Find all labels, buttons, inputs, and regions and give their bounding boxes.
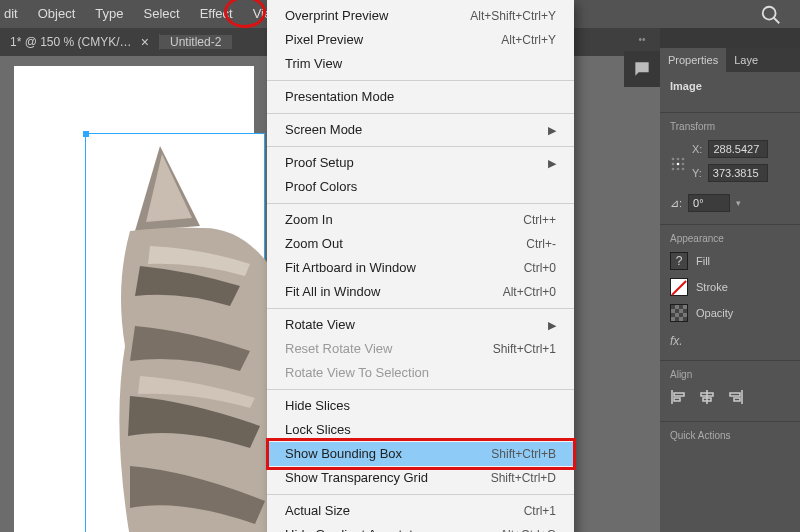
align-right-icon[interactable] [726,388,744,409]
menu-item-reset-rotate-view: Reset Rotate ViewShift+Ctrl+1 [267,337,574,361]
transform-y-label: Y: [692,167,702,179]
svg-point-10 [682,168,685,171]
fill-swatch[interactable]: ? [670,252,688,270]
fill-label: Fill [696,255,710,267]
align-hcenter-icon[interactable] [698,388,716,409]
menu-object[interactable]: Object [28,0,86,28]
stroke-label: Stroke [696,281,728,293]
menu-item-overprint-preview[interactable]: Overprint PreviewAlt+Shift+Ctrl+Y [267,4,574,28]
menu-separator [267,146,574,147]
menu-separator [267,113,574,114]
artwork-cat[interactable] [80,136,270,532]
svg-point-8 [672,168,675,171]
transform-x-label: X: [692,143,702,155]
menu-item-pixel-preview[interactable]: Pixel PreviewAlt+Ctrl+Y [267,28,574,52]
menu-item-actual-size[interactable]: Actual SizeCtrl+1 [267,499,574,523]
menu-item-label: Zoom In [285,211,333,229]
menu-item-zoom-in[interactable]: Zoom InCtrl++ [267,208,574,232]
dock-grip[interactable]: •• [624,28,660,45]
transform-x-input[interactable] [708,140,768,158]
menu-item-show-transparency-grid[interactable]: Show Transparency GridShift+Ctrl+D [267,466,574,490]
menu-item-zoom-out[interactable]: Zoom OutCtrl+- [267,232,574,256]
tab-properties[interactable]: Properties [660,48,726,72]
document-tab-0-label: 1* @ 150 % (CMYK/Preview) [10,35,133,49]
menu-item-label: Zoom Out [285,235,343,253]
menu-item-shortcut: Alt+Shift+Ctrl+Y [470,7,556,25]
opacity-label: Opacity [696,307,733,319]
chevron-right-icon: ▶ [548,121,556,139]
chevron-right-icon: ▶ [548,316,556,334]
menu-item-label: Presentation Mode [285,88,394,106]
menu-item-shortcut: Alt+Ctrl+G [500,526,556,532]
menu-item-shortcut: Alt+Ctrl+0 [503,283,556,301]
opacity-swatch[interactable] [670,304,688,322]
menu-item-lock-slices[interactable]: Lock Slices [267,418,574,442]
menu-item-shortcut: Ctrl+- [526,235,556,253]
menu-separator [267,389,574,390]
close-icon[interactable]: × [141,34,149,50]
section-transform-title: Transform [670,121,790,132]
menu-item-rotate-view[interactable]: Rotate View▶ [267,313,574,337]
menu-item-shortcut: Ctrl++ [523,211,556,229]
tab-layers[interactable]: Laye [726,48,766,72]
menu-effect[interactable]: Effect [190,0,243,28]
menu-item-label: Pixel Preview [285,31,363,49]
menu-item-hide-gradient-annotator[interactable]: Hide Gradient AnnotatorAlt+Ctrl+G [267,523,574,532]
menu-type[interactable]: Type [85,0,133,28]
menu-separator [267,494,574,495]
transform-y-input[interactable] [708,164,768,182]
svg-point-3 [677,158,680,161]
menu-item-proof-colors[interactable]: Proof Colors [267,175,574,199]
comments-icon[interactable] [624,51,660,87]
svg-point-0 [763,7,776,20]
dropdown-chevron-icon[interactable]: ▾ [736,198,741,208]
menu-select[interactable]: Select [134,0,190,28]
fx-label[interactable]: fx. [670,330,790,348]
svg-point-4 [682,158,685,161]
section-kind: Image [660,72,800,113]
menu-separator [267,203,574,204]
document-tab-1-label: Untitled-2 [170,35,221,49]
menu-item-rotate-view-to-selection: Rotate View To Selection [267,361,574,385]
menu-item-label: Show Transparency Grid [285,469,428,487]
document-tab-1[interactable]: Untitled-2 [160,35,232,49]
svg-rect-12 [674,393,684,396]
svg-point-5 [672,163,675,166]
menu-item-presentation-mode[interactable]: Presentation Mode [267,85,574,109]
section-align-title: Align [670,369,790,380]
menu-item-label: Fit All in Window [285,283,380,301]
align-left-icon[interactable] [670,388,688,409]
menu-item-label: Proof Colors [285,178,357,196]
reference-point-icon[interactable] [670,150,686,178]
menu-item-label: Fit Artboard in Window [285,259,416,277]
search-icon[interactable] [760,4,782,26]
menu-item-fit-all-in-window[interactable]: Fit All in WindowAlt+Ctrl+0 [267,280,574,304]
svg-line-1 [774,18,780,24]
menu-item-label: Reset Rotate View [285,340,392,358]
svg-point-6 [677,163,680,166]
menu-item-screen-mode[interactable]: Screen Mode▶ [267,118,574,142]
menu-item-proof-setup[interactable]: Proof Setup▶ [267,151,574,175]
menu-item-label: Lock Slices [285,421,351,439]
menu-item-label: Rotate View [285,316,355,334]
menu-item-trim-view[interactable]: Trim View [267,52,574,76]
menu-edit[interactable]: dit [4,0,28,28]
menu-item-label: Proof Setup [285,154,354,172]
section-quick-title: Quick Actions [670,430,790,441]
menu-item-show-bounding-box[interactable]: Show Bounding BoxShift+Ctrl+B [267,442,574,466]
svg-rect-18 [730,393,740,396]
svg-point-7 [682,163,685,166]
stroke-swatch[interactable] [670,278,688,296]
document-tab-0[interactable]: 1* @ 150 % (CMYK/Preview) × [0,34,160,50]
object-kind: Image [670,80,790,92]
menu-item-fit-artboard-in-window[interactable]: Fit Artboard in WindowCtrl+0 [267,256,574,280]
svg-rect-13 [674,398,680,401]
menu-item-label: Screen Mode [285,121,362,139]
transform-angle-input[interactable] [688,194,730,212]
section-appearance-title: Appearance [670,233,790,244]
section-quick-actions: Quick Actions [660,422,800,461]
menu-item-shortcut: Ctrl+0 [524,259,556,277]
svg-point-9 [677,168,680,171]
menu-item-hide-slices[interactable]: Hide Slices [267,394,574,418]
menu-item-shortcut: Shift+Ctrl+1 [493,340,556,358]
